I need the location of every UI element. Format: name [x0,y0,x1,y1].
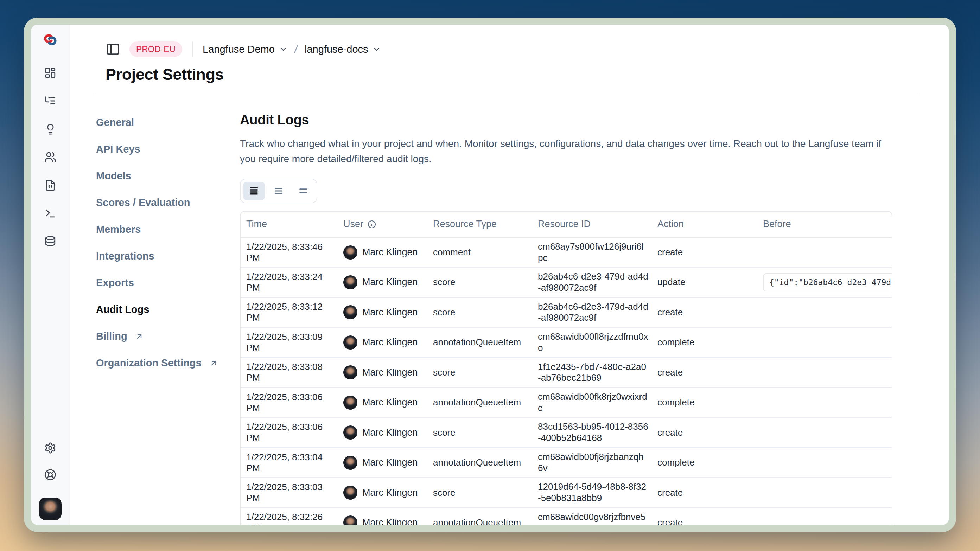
table-column-header: Resource ID [538,215,657,233]
cell-action: complete [657,454,763,472]
settings-nav-item: Integrations [96,250,240,262]
user-avatar-small [343,426,357,440]
organization-selector[interactable]: Langfuse Demo [203,44,287,55]
table-column-header: Resource Type [433,215,538,233]
cell-time: 1/22/2025, 8:33:06 PM [240,418,343,447]
column-label: Time [246,219,267,230]
table-body: 1/22/2025, 8:33:46 PM Marc Klingen comme… [240,238,892,525]
chevron-down-icon [372,45,381,54]
cell-resource-id: 83cd1563-bb95-4012-8356-400b52b64168 [538,418,657,447]
datasets-database-icon[interactable] [45,236,56,248]
cell-time: 1/22/2025, 8:33:04 PM [240,448,343,477]
playground-terminal-icon[interactable] [45,208,56,219]
table-row: 1/22/2025, 8:33:46 PM Marc Klingen comme… [240,238,892,267]
rail-bottom [39,442,62,520]
settings-nav-link[interactable]: General [96,117,134,129]
settings-nav-item: Members [96,224,240,235]
cell-before [763,399,892,406]
file-code-icon[interactable] [45,179,56,191]
cell-resource-type: score [433,484,538,502]
cell-user: Marc Klingen [343,362,433,383]
info-icon[interactable] [368,220,376,229]
table-row: 1/22/2025, 8:33:12 PM Marc Klingen score… [240,297,892,327]
langfuse-logo-icon[interactable] [44,33,57,46]
tracing-tree-icon[interactable] [45,95,56,107]
cell-action: update [657,273,763,291]
settings-nav-label: Integrations [96,250,154,262]
table-row: 1/22/2025, 8:33:06 PM Marc Klingen annot… [240,387,892,417]
settings-nav-link[interactable]: Members [96,224,141,235]
settings-nav-item: Audit Logs [96,304,240,315]
cell-user: Marc Klingen [343,302,433,323]
sidebar-toggle-icon[interactable] [105,42,120,57]
cell-action: complete [657,333,763,351]
settings-nav-link[interactable]: Integrations [96,250,154,262]
chevron-down-icon [279,45,287,54]
settings-nav-link[interactable]: Audit Logs [96,304,149,315]
dashboard-icon[interactable] [45,67,56,79]
audit-logs-section: Audit Logs Track who changed what in you… [240,94,892,525]
settings-nav-item: API Keys [96,143,240,155]
rows-relaxed-icon[interactable] [292,182,314,200]
user-name: Marc Klingen [362,427,418,438]
cell-user: Marc Klingen [343,242,433,263]
users-icon[interactable] [45,151,56,163]
cell-user: Marc Klingen [343,482,433,503]
desktop-wallpaper: PROD-EU Langfuse Demo / langfuse-docs Pr… [0,0,980,551]
settings-nav-item: General [96,117,240,129]
rows-medium-icon[interactable] [268,182,290,200]
settings-nav-link[interactable]: Scores / Evaluation [96,197,190,208]
user-avatar-small [343,335,357,349]
settings-nav: General API Keys Models Scores / Evaluat… [70,94,240,525]
breadcrumb-divider [192,41,193,57]
user-name: Marc Klingen [362,397,418,408]
user-avatar-small [343,395,357,410]
cell-action: create [657,424,763,441]
project-selector[interactable]: langfuse-docs [305,44,381,55]
settings-nav-link[interactable]: Organization Settings [96,357,218,369]
settings-nav-link[interactable]: Models [96,170,131,182]
settings-nav-item: Organization Settings [96,357,240,369]
settings-nav-link[interactable]: API Keys [96,143,140,155]
settings-nav-label: Billing [96,330,127,342]
cell-resource-type: annotationQueueItem [433,333,538,351]
settings-nav-link[interactable]: Billing [96,330,143,342]
settings-nav-label: Models [96,170,131,182]
before-json-box[interactable]: {"id":"b26ab4c6-d2e3-479d-a [763,273,892,292]
settings-nav-label: Audit Logs [96,304,149,315]
cell-resource-id: b26ab4c6-d2e3-479d-ad4d-af980072ac9f [538,268,657,297]
prompts-lightbulb-icon[interactable] [45,123,56,135]
settings-nav-label: Organization Settings [96,357,202,369]
rows-compact-icon[interactable] [243,182,265,200]
column-label: Before [763,219,791,230]
settings-nav-item: Models [96,170,240,182]
settings-nav-link[interactable]: Exports [96,277,134,289]
user-avatar[interactable] [39,497,62,520]
cell-action: create [657,484,763,502]
user-avatar-small [343,245,357,259]
cell-resource-type: score [433,273,538,291]
cell-resource-type: annotationQueueItem [433,514,538,525]
cell-resource-id: 1f1e2435-7bd7-480e-a2a0-ab76bec21b69 [538,358,657,387]
breadcrumb-slash: / [293,43,299,56]
cell-before [763,429,892,436]
external-link-icon [135,332,143,341]
cell-time: 1/22/2025, 8:33:08 PM [240,358,343,387]
cell-time: 1/22/2025, 8:33:06 PM [240,388,343,417]
settings-body: General API Keys Models Scores / Evaluat… [70,94,949,525]
cell-user: Marc Klingen [343,272,433,293]
user-avatar-small [343,516,357,525]
app-window-content: PROD-EU Langfuse Demo / langfuse-docs Pr… [31,25,949,525]
settings-gear-icon[interactable] [45,442,56,454]
table-row: 1/22/2025, 8:33:08 PM Marc Klingen score… [240,357,892,387]
cell-before [763,339,892,346]
settings-nav-label: API Keys [96,143,140,155]
settings-nav-item: Exports [96,277,240,289]
user-name: Marc Klingen [362,247,418,258]
support-lifebuoy-icon[interactable] [45,469,56,481]
user-name: Marc Klingen [362,277,418,287]
settings-nav-label: Members [96,224,141,235]
cell-before [763,489,892,496]
external-link-icon [209,359,218,367]
audit-logs-table: Time User Resource Type Resource ID Acti… [240,211,892,525]
